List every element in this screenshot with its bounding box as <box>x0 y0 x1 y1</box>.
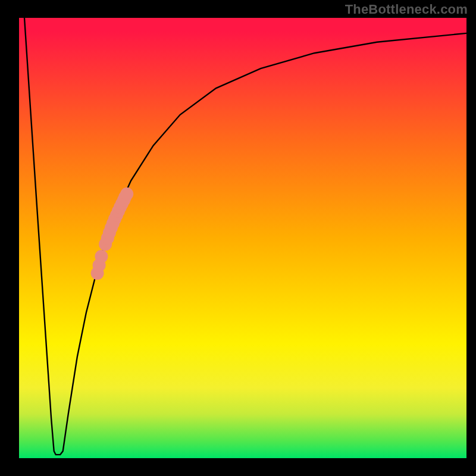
plot-background <box>19 18 466 458</box>
highlight-dot <box>120 187 133 201</box>
bottleneck-chart <box>0 0 476 476</box>
highlight-dot <box>95 250 108 263</box>
chart-root: TheBottleneck.com <box>0 0 476 476</box>
